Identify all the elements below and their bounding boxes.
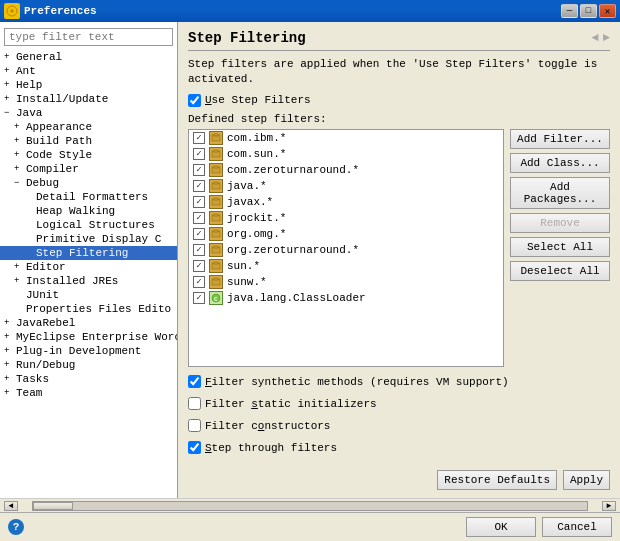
list-item[interactable]: sunw.* — [189, 274, 503, 290]
remove-button[interactable]: Remove — [510, 213, 610, 233]
svg-rect-14 — [214, 230, 218, 232]
sidebar-item-installed-jres[interactable]: + Installed JREs — [0, 274, 177, 288]
list-item[interactable]: sun.* — [189, 258, 503, 274]
close-button[interactable]: ✕ — [599, 4, 616, 18]
add-class-button[interactable]: Add Class... — [510, 153, 610, 173]
filter-checkbox[interactable] — [193, 292, 205, 304]
sidebar-item-run-debug[interactable]: + Run/Debug — [0, 358, 177, 372]
package-icon — [209, 179, 223, 193]
filter-checkbox[interactable] — [193, 244, 205, 256]
list-item[interactable]: org.zeroturnaround.* — [189, 242, 503, 258]
sidebar-item-detail-formatters[interactable]: Detail Formatters — [0, 190, 177, 204]
add-packages-button[interactable]: Add Packages... — [510, 177, 610, 209]
sidebar-item-install-update[interactable]: + Install/Update — [0, 92, 177, 106]
sidebar-item-label: Heap Walking — [36, 205, 115, 217]
expand-icon: + — [4, 332, 14, 342]
sidebar-item-ant[interactable]: + Ant — [0, 64, 177, 78]
sidebar-item-help[interactable]: + Help — [0, 78, 177, 92]
filter-list[interactable]: com.ibm.* com.sun.* — [188, 129, 504, 367]
sidebar-item-label: Primitive Display C — [36, 233, 161, 245]
select-all-button[interactable]: Select All — [510, 237, 610, 257]
list-item[interactable]: com.sun.* — [189, 146, 503, 162]
sidebar-item-compiler[interactable]: + Compiler — [0, 162, 177, 176]
sidebar-item-step-filtering[interactable]: Step Filtering — [0, 246, 177, 260]
svg-rect-8 — [214, 182, 218, 184]
filter-checkbox[interactable] — [193, 276, 205, 288]
sidebar-item-myeclipse[interactable]: + MyEclipse Enterprise Worc — [0, 330, 177, 344]
sidebar-item-primitive-display[interactable]: Primitive Display C — [0, 232, 177, 246]
step-through-checkbox[interactable] — [188, 441, 201, 454]
sidebar-item-team[interactable]: + Team — [0, 386, 177, 400]
filter-text: sunw.* — [227, 276, 267, 288]
filter-checkbox[interactable] — [193, 196, 205, 208]
list-item[interactable]: org.omg.* — [189, 226, 503, 242]
filter-checkbox[interactable] — [193, 212, 205, 224]
sidebar-item-java[interactable]: − Java — [0, 106, 177, 120]
expand-icon: + — [4, 360, 14, 370]
use-step-filters-label: Use Step Filters — [205, 94, 311, 106]
use-step-filters-checkbox[interactable] — [188, 94, 201, 107]
filter-constructors-checkbox[interactable] — [188, 419, 201, 432]
sidebar-item-general[interactable]: + General — [0, 50, 177, 64]
sidebar-item-code-style[interactable]: + Code Style — [0, 148, 177, 162]
filter-static-checkbox[interactable] — [188, 397, 201, 410]
maximize-button[interactable]: □ — [580, 4, 597, 18]
sidebar-item-tasks[interactable]: + Tasks — [0, 372, 177, 386]
apply-button[interactable]: Apply — [563, 470, 610, 490]
filter-static-row: Filter static initializers — [188, 397, 610, 410]
sidebar-item-heap-walking[interactable]: Heap Walking — [0, 204, 177, 218]
list-item[interactable]: com.ibm.* — [189, 130, 503, 146]
title-bar: Preferences — □ ✕ — [0, 0, 620, 22]
scrollbar-thumb[interactable] — [33, 502, 73, 510]
filter-input[interactable] — [4, 28, 173, 46]
sidebar-item-label: Plug-in Development — [16, 345, 141, 357]
expand-icon: − — [4, 108, 14, 118]
svg-rect-6 — [214, 166, 218, 168]
list-item[interactable]: com.zeroturnaround.* — [189, 162, 503, 178]
cancel-button[interactable]: Cancel — [542, 517, 612, 537]
list-item[interactable]: java.* — [189, 178, 503, 194]
navigation-arrows: ◄ ► — [592, 31, 610, 45]
filter-synthetic-checkbox[interactable] — [188, 375, 201, 388]
sidebar-item-appearance[interactable]: + Appearance — [0, 120, 177, 134]
deselect-all-button[interactable]: Deselect All — [510, 261, 610, 281]
scroll-right-button[interactable]: ► — [602, 501, 616, 511]
sidebar-item-plugin-dev[interactable]: + Plug-in Development — [0, 344, 177, 358]
list-item[interactable]: jrockit.* — [189, 210, 503, 226]
sidebar-item-label: Build Path — [26, 135, 92, 147]
forward-button[interactable]: ► — [603, 31, 610, 45]
action-buttons: Add Filter... Add Class... Add Packages.… — [510, 129, 610, 367]
svg-text:C: C — [214, 295, 218, 302]
sidebar-item-build-path[interactable]: + Build Path — [0, 134, 177, 148]
horizontal-scrollbar[interactable] — [32, 501, 588, 511]
filter-text: com.zeroturnaround.* — [227, 164, 359, 176]
sidebar-item-junit[interactable]: JUnit — [0, 288, 177, 302]
sidebar-item-debug[interactable]: − Debug — [0, 176, 177, 190]
list-item[interactable]: C java.lang.ClassLoader — [189, 290, 503, 306]
filter-checkbox[interactable] — [193, 260, 205, 272]
list-item[interactable]: javax.* — [189, 194, 503, 210]
scroll-left-button[interactable]: ◄ — [4, 501, 18, 511]
expand-icon: + — [4, 80, 14, 90]
filter-checkbox[interactable] — [193, 228, 205, 240]
filter-checkbox[interactable] — [193, 164, 205, 176]
remove-label: Remove — [540, 217, 580, 229]
sidebar-item-javarebel[interactable]: + JavaRebel — [0, 316, 177, 330]
sidebar-item-properties-files[interactable]: Properties Files Edito — [0, 302, 177, 316]
back-button[interactable]: ◄ — [592, 31, 599, 45]
filter-checkbox[interactable] — [193, 148, 205, 160]
restore-defaults-button[interactable]: Restore Defaults — [437, 470, 557, 490]
sidebar-item-editor[interactable]: + Editor — [0, 260, 177, 274]
filter-text: sun.* — [227, 260, 260, 272]
filter-checkbox[interactable] — [193, 132, 205, 144]
sidebar-item-label: Ant — [16, 65, 36, 77]
package-icon — [209, 211, 223, 225]
minimize-button[interactable]: — — [561, 4, 578, 18]
add-filter-button[interactable]: Add Filter... — [510, 129, 610, 149]
ok-button[interactable]: OK — [466, 517, 536, 537]
info-button[interactable]: ? — [8, 519, 24, 535]
filter-checkbox[interactable] — [193, 180, 205, 192]
expand-icon: + — [4, 346, 14, 356]
sidebar: + General + Ant + Help + Install/Update … — [0, 22, 178, 498]
sidebar-item-logical-structures[interactable]: Logical Structures — [0, 218, 177, 232]
